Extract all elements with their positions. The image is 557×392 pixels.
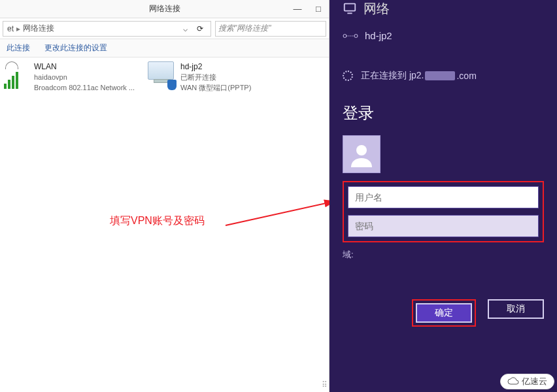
panel-title: 网络	[363, 0, 390, 18]
button-row: 确定 取消	[412, 299, 544, 327]
network-charm-panel: 网络 hd-jp2 正在连接到 jp2. .com 登录 域: 确定 取	[329, 0, 557, 392]
vpn-entry[interactable]: hd-jp2	[343, 30, 544, 41]
domain-label: 域:	[343, 249, 544, 261]
window-title: 网络连接	[149, 3, 180, 14]
password-input[interactable]	[348, 215, 539, 237]
breadcrumb-parent[interactable]: et	[7, 24, 14, 33]
change-connection-settings-button[interactable]: 更改此连接的设置	[44, 42, 107, 54]
minimize-button[interactable]: —	[287, 0, 308, 18]
panel-header: 网络	[343, 0, 544, 18]
connection-item-wlan[interactable]: WLAN haidaovpn Broadcom 802.11ac Network…	[1, 61, 158, 93]
vpn-name: hd-jp2	[365, 30, 392, 41]
disable-connection-button[interactable]: 此连接	[7, 42, 30, 54]
watermark-text: 亿速云	[522, 376, 547, 387]
search-input[interactable]: 搜索"网络连接"	[215, 21, 326, 37]
login-heading: 登录	[343, 103, 544, 123]
cloud-icon	[507, 377, 519, 386]
title-bar[interactable]: 网络连接 — □	[0, 0, 329, 18]
command-bar: 此连接 更改此连接的设置	[0, 39, 329, 57]
svg-point-3	[343, 34, 346, 37]
avatar	[343, 135, 380, 173]
refresh-icon[interactable]: ⟳	[194, 24, 207, 33]
address-bar[interactable]: et ▸ 网络连接 ⌵ ⟳	[3, 21, 211, 37]
connection-item-vpn[interactable]: hd-jp2 已断开连接 WAN 微型端口(PPTP)	[148, 61, 305, 93]
connection-adapter: Broadcom 802.11ac Network ...	[34, 82, 135, 93]
network-connections-window: 网络连接 — □ et ▸ 网络连接 ⌵ ⟳ 搜索"网络连接" 此连接 更改此连…	[0, 0, 329, 392]
connection-status: 正在连接到 jp2. .com	[343, 70, 544, 82]
ok-button[interactable]: 确定	[416, 303, 472, 323]
watermark: 亿速云	[500, 374, 554, 389]
credentials-highlight	[343, 181, 544, 242]
connection-item-text: hd-jp2 已断开连接 WAN 微型端口(PPTP)	[180, 61, 251, 93]
maximize-button[interactable]: □	[308, 0, 329, 18]
svg-rect-1	[345, 4, 356, 11]
status-suffix: .com	[456, 71, 476, 81]
connection-state: 已断开连接	[180, 72, 251, 82]
ok-button-highlight: 确定	[412, 299, 476, 327]
monitor-icon	[343, 1, 357, 16]
address-dropdown-icon[interactable]: ⌵	[183, 24, 191, 33]
status-text: 正在连接到 jp2. .com	[361, 70, 477, 82]
cancel-button[interactable]: 取消	[488, 299, 544, 319]
wifi-icon	[1, 61, 29, 89]
connection-name: hd-jp2	[180, 61, 251, 72]
status-prefix: 正在连接到 jp2.	[361, 70, 424, 82]
redacted-host	[425, 71, 455, 80]
window-controls: — □	[287, 0, 329, 18]
chevron-right-icon: ▸	[16, 24, 20, 33]
spinner-icon	[343, 71, 353, 81]
vpn-device-icon	[148, 61, 175, 89]
search-placeholder: 搜索"网络连接"	[218, 23, 271, 34]
connection-item-text: WLAN haidaovpn Broadcom 802.11ac Network…	[34, 61, 135, 93]
username-input[interactable]	[348, 186, 539, 208]
connection-ssid: haidaovpn	[34, 72, 135, 82]
user-icon	[348, 141, 375, 167]
breadcrumb-current[interactable]: 网络连接	[23, 23, 54, 34]
svg-point-6	[356, 145, 367, 155]
annotation-label: 填写VPN账号及密码	[110, 214, 205, 228]
connection-name: WLAN	[34, 61, 135, 72]
connection-port: WAN 微型端口(PPTP)	[180, 82, 251, 93]
svg-point-4	[354, 34, 358, 37]
vpn-link-icon	[343, 31, 358, 41]
address-bar-row: et ▸ 网络连接 ⌵ ⟳ 搜索"网络连接"	[0, 18, 329, 39]
resize-grip-icon[interactable]: ⠿	[322, 380, 326, 389]
